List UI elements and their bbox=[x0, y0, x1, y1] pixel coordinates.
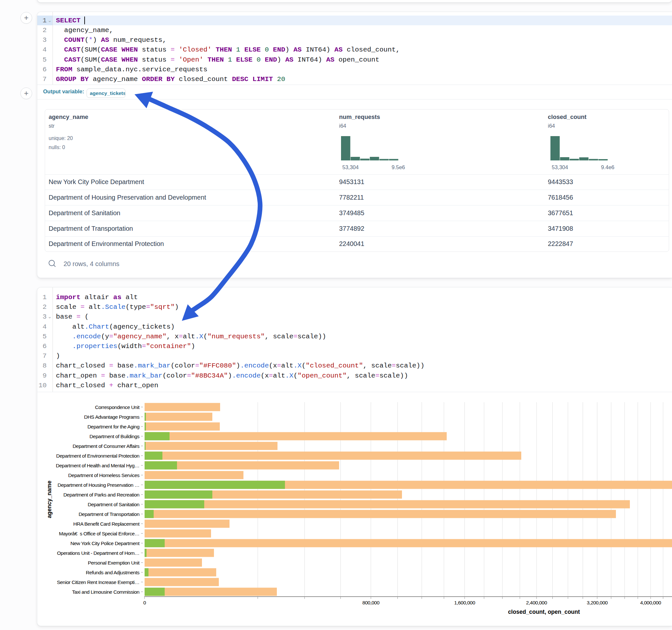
svg-text:closed_count, open_count: closed_count, open_count bbox=[508, 609, 580, 615]
svg-text:1,600,000: 1,600,000 bbox=[454, 600, 475, 605]
svg-text:Department of Buildings: Department of Buildings bbox=[90, 434, 140, 439]
svg-text:3,200,000: 3,200,000 bbox=[587, 600, 608, 605]
svg-text:Refunds and Adjustments: Refunds and Adjustments bbox=[86, 570, 140, 575]
svg-text:Department of Environmental Pr: Department of Environmental Protection bbox=[56, 453, 139, 459]
svg-text:Department of Consumer Affairs: Department of Consumer Affairs bbox=[73, 443, 140, 449]
svg-text:Department of Sanitation: Department of Sanitation bbox=[88, 502, 139, 507]
svg-text:Department for the Aging: Department for the Aging bbox=[88, 424, 139, 429]
svg-text:Personal Exemption Unit: Personal Exemption Unit bbox=[88, 560, 140, 565]
svg-text:Department of Health and Menta: Department of Health and Mental Hyg… bbox=[56, 463, 139, 468]
svg-text:0: 0 bbox=[143, 600, 146, 605]
svg-text:Taxi and Limousine Commission: Taxi and Limousine Commission bbox=[72, 589, 139, 595]
svg-text:Department of Homeless Service: Department of Homeless Services bbox=[68, 472, 139, 478]
svg-text:Senior Citizen Rent Increase E: Senior Citizen Rent Increase Exempti… bbox=[57, 579, 139, 585]
svg-text:Department of Housing Preserva: Department of Housing Preservation … bbox=[57, 482, 139, 488]
svg-text:4,000,000: 4,000,000 bbox=[640, 600, 661, 605]
svg-text:Department of Parks and Recrea: Department of Parks and Recreation bbox=[63, 492, 139, 498]
svg-text:2,400,000: 2,400,000 bbox=[526, 600, 547, 605]
svg-text:Department of Transportation: Department of Transportation bbox=[78, 511, 139, 517]
svg-text:New York City Police Departmen: New York City Police Department bbox=[70, 540, 140, 546]
svg-text:DHS Advantage Programs: DHS Advantage Programs bbox=[84, 414, 140, 420]
svg-text:Correspondence Unit: Correspondence Unit bbox=[95, 405, 140, 410]
svg-text:Operations Unit - Department o: Operations Unit - Department of Hom… bbox=[57, 550, 139, 556]
svg-text:HRA Benefit Card Replacement: HRA Benefit Card Replacement bbox=[73, 521, 140, 527]
svg-text:800,000: 800,000 bbox=[362, 600, 380, 605]
svg-text:Mayorâ€ s Office of Special E: Mayorâ€ s Office of Special Enforce… bbox=[59, 531, 139, 536]
